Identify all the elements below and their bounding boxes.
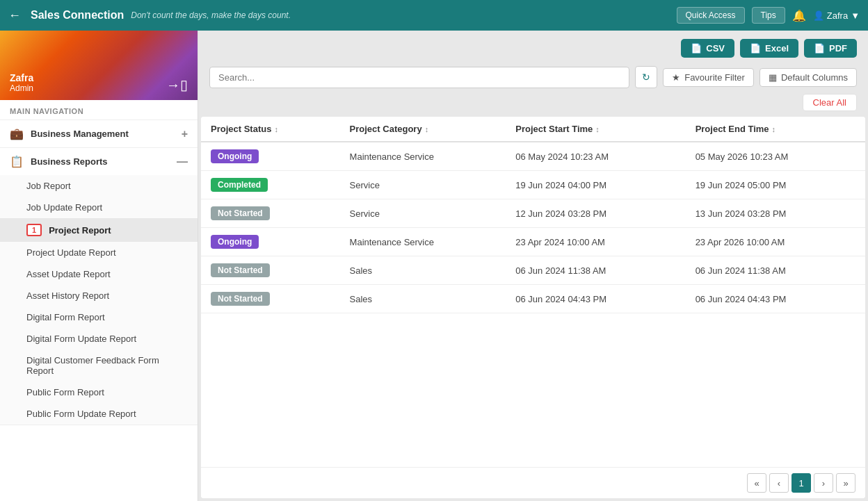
- page-btn-1[interactable]: 1: [791, 473, 811, 493]
- excel-label: Excel: [765, 43, 789, 54]
- pdf-icon: 📄: [814, 43, 825, 54]
- favourite-filter-label: Favourite Filter: [684, 72, 745, 83]
- page-btn-4[interactable]: »: [836, 473, 855, 493]
- sidebar-item-asset-update-report[interactable]: Asset Update Report: [0, 263, 198, 285]
- cell-end-time: 05 May 2026 10:23 AM: [686, 142, 865, 171]
- app-title: Sales Connection: [31, 9, 124, 22]
- cell-status: Completed: [201, 171, 340, 199]
- sidebar-item-asset-history-report[interactable]: Asset History Report: [0, 285, 198, 306]
- favourite-filter-button[interactable]: ★ Favourite Filter: [663, 68, 754, 87]
- nav-child-label: Job Report: [26, 181, 71, 191]
- refresh-button[interactable]: ↻: [635, 66, 657, 88]
- col-project-category[interactable]: Project Category↕: [340, 117, 506, 142]
- pdf-label: PDF: [829, 43, 847, 54]
- top-bar: ← Sales Connection Don't count the days,…: [0, 0, 868, 31]
- nav-business-reports-children: Job ReportJob Update Report1Project Repo…: [0, 175, 198, 425]
- cell-category: Service: [340, 199, 506, 228]
- table-wrapper: Project Status↕Project Category↕Project …: [201, 117, 865, 467]
- bell-icon[interactable]: 🔔: [792, 9, 806, 22]
- status-badge: Not Started: [211, 292, 270, 306]
- cell-start-time: 23 Apr 2024 10:00 AM: [506, 228, 685, 256]
- sidebar-item-digital-form-report[interactable]: Digital Form Report: [0, 306, 198, 328]
- cell-status: Not Started: [201, 256, 340, 285]
- star-icon: ★: [672, 72, 680, 83]
- sidebar-item-public-form-update-report[interactable]: Public Form Update Report: [0, 403, 198, 425]
- user-icon: 👤: [813, 10, 824, 21]
- status-badge: Ongoing: [211, 235, 259, 249]
- sidebar-item-job-report[interactable]: Job Report: [0, 175, 198, 197]
- nav-business-reports-label: Business Reports: [31, 156, 170, 167]
- nav-section-business-management: 💼 Business Management +: [0, 120, 198, 148]
- nav-business-management[interactable]: 💼 Business Management +: [0, 120, 198, 147]
- filter-bar: ↻ ★ Favourite Filter ▦ Default Columns: [198, 63, 868, 94]
- nav-child-label: Public Form Update Report: [26, 409, 136, 419]
- sidebar-item-project-report[interactable]: 1Project Report: [0, 218, 198, 242]
- cell-end-time: 06 Jun 2024 04:43 PM: [686, 285, 865, 313]
- pdf-button[interactable]: 📄 PDF: [804, 39, 857, 58]
- user-menu[interactable]: 👤 Zafra ▼: [813, 10, 860, 21]
- status-badge: Not Started: [211, 263, 270, 277]
- sort-icon: ↕: [772, 125, 776, 133]
- cell-status: Not Started: [201, 285, 340, 313]
- nav-toggle-icon: +: [182, 128, 188, 140]
- tips-button[interactable]: Tips: [752, 7, 785, 24]
- cell-start-time: 06 Jun 2024 11:38 AM: [506, 256, 685, 285]
- clear-all-button[interactable]: Clear All: [803, 94, 857, 111]
- nav-toggle-minus-icon: —: [177, 156, 188, 168]
- sort-icon: ↕: [595, 125, 600, 133]
- page-btn-3[interactable]: ›: [814, 473, 833, 493]
- nav-child-label: Asset History Report: [26, 290, 109, 301]
- table-header: Project Status↕Project Category↕Project …: [201, 117, 865, 142]
- table-row: Not StartedSales06 Jun 2024 04:43 PM06 J…: [201, 285, 865, 313]
- nav-child-label: Digital Customer Feedback Form Report: [26, 355, 188, 376]
- cell-status: Ongoing: [201, 142, 340, 171]
- nav-business-reports[interactable]: 📋 Business Reports —: [0, 148, 198, 175]
- user-banner-info: Zafra Admin: [10, 72, 33, 93]
- default-columns-button[interactable]: ▦ Default Columns: [760, 68, 857, 87]
- table-body: OngoingMaintenance Service06 May 2024 10…: [201, 142, 865, 313]
- user-banner-name: Zafra: [10, 72, 33, 83]
- default-columns-label: Default Columns: [781, 72, 848, 83]
- csv-label: CSV: [706, 43, 725, 54]
- sort-icon: ↕: [425, 125, 429, 133]
- excel-button[interactable]: 📄 Excel: [740, 39, 798, 58]
- pagination: «‹1›»: [201, 467, 865, 498]
- table-row: Not StartedService12 Jun 2024 03:28 PM13…: [201, 199, 865, 228]
- cell-end-time: 06 Jun 2024 11:38 AM: [686, 256, 865, 285]
- cell-end-time: 19 Jun 2024 05:00 PM: [686, 171, 865, 199]
- sidebar: Zafra Admin →▯ MAIN NAVIGATION 💼 Busines…: [0, 31, 198, 501]
- logout-icon[interactable]: →▯: [166, 76, 188, 93]
- nav-child-label: Job Update Report: [26, 202, 102, 213]
- sidebar-item-digital-customer-feedback-form-report[interactable]: Digital Customer Feedback Form Report: [0, 350, 198, 381]
- nav-child-label: Project Report: [49, 225, 111, 236]
- quick-access-button[interactable]: Quick Access: [677, 7, 745, 24]
- status-badge: Ongoing: [211, 149, 259, 163]
- cell-category: Service: [340, 171, 506, 199]
- col-project-status[interactable]: Project Status↕: [201, 117, 340, 142]
- reports-icon: 📋: [10, 155, 24, 168]
- table-row: CompletedService19 Jun 2024 04:00 PM19 J…: [201, 171, 865, 199]
- col-project-start-time[interactable]: Project Start Time↕: [506, 117, 685, 142]
- sidebar-item-project-update-report[interactable]: Project Update Report: [0, 242, 198, 263]
- sidebar-item-public-form-report[interactable]: Public Form Report: [0, 381, 198, 403]
- user-name-label: Zafra: [827, 10, 848, 21]
- clear-bar: Clear All: [198, 94, 868, 117]
- main-nav-label: MAIN NAVIGATION: [0, 100, 198, 120]
- data-table: Project Status↕Project Category↕Project …: [201, 117, 865, 313]
- nav-child-label: Public Form Report: [26, 387, 104, 397]
- csv-button[interactable]: 📄 CSV: [681, 39, 734, 58]
- cell-category: Maintenance Service: [340, 228, 506, 256]
- user-banner: Zafra Admin →▯: [0, 31, 198, 100]
- col-project-end-time[interactable]: Project End Time↕: [686, 117, 865, 142]
- cell-end-time: 13 Jun 2024 03:28 PM: [686, 199, 865, 228]
- page-btn-1[interactable]: ‹: [769, 473, 789, 493]
- table-row: OngoingMaintenance Service06 May 2024 10…: [201, 142, 865, 171]
- status-badge: Completed: [211, 178, 268, 192]
- sidebar-item-digital-form-update-report[interactable]: Digital Form Update Report: [0, 328, 198, 350]
- page-btn-0[interactable]: «: [747, 473, 766, 493]
- sort-icon: ↕: [274, 125, 278, 133]
- sidebar-item-job-update-report[interactable]: Job Update Report: [0, 197, 198, 218]
- search-input[interactable]: [209, 67, 629, 88]
- content-area: 📄 CSV 📄 Excel 📄 PDF ↻ ★ Favourite Filter…: [198, 31, 868, 501]
- back-arrow-icon[interactable]: ←: [8, 8, 21, 23]
